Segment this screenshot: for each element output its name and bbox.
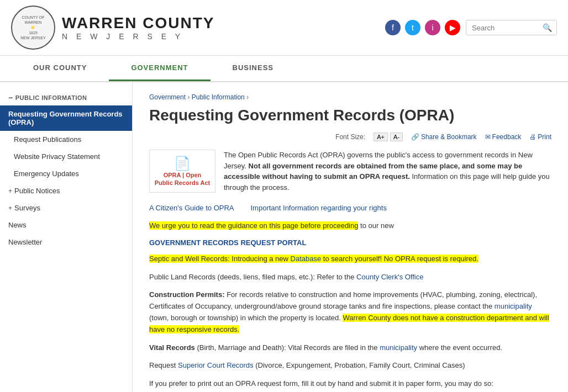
construction-permits-label: Construction Permits: (149, 290, 225, 299)
nav-item-business[interactable]: BUSINESS (211, 56, 296, 81)
font-increase-button[interactable]: A+ (374, 133, 388, 141)
vital-records-label: Vital Records (149, 343, 195, 352)
land-records-block: Public Land Records (deeds, liens, filed… (149, 272, 551, 283)
sidebar-item-surveys[interactable]: + Surveys (0, 199, 132, 216)
font-decrease-button[interactable]: A- (390, 133, 403, 141)
share-icon: 🔗 (411, 133, 419, 141)
site-logo: COUNTY OFWARREN⭐1825NEW JERSEY (11, 6, 55, 50)
construction-permits-block: Construction Permits: For records relati… (149, 289, 551, 335)
breadcrumb-public-information[interactable]: Public Information (192, 93, 245, 101)
sidebar-section-title: PUBLIC INFORMATION (0, 88, 132, 105)
opra-description: The Open Public Records Act (OPRA) gover… (224, 150, 551, 193)
county-clerk-link[interactable]: County Clerk's Office (356, 273, 423, 281)
sidebar-item-news[interactable]: News (0, 216, 132, 234)
sidebar-item-label: Newsletter (8, 238, 42, 246)
sidebar-item-label: Requesting Government Records (OPRA) (8, 110, 124, 126)
opra-logo: 📄 OPRA | OpenPublic Records Act (149, 150, 215, 193)
expand-icon: + (8, 187, 12, 195)
municipality-link-construction[interactable]: municipality (495, 302, 532, 310)
sidebar-item-request-publications[interactable]: Request Publications (0, 131, 132, 148)
opra-logo-text: OPRA | OpenPublic Records Act (155, 171, 210, 187)
court-records-block: Request Superior Court Records (Divorce,… (149, 360, 551, 372)
sidebar: PUBLIC INFORMATION Requesting Government… (0, 82, 133, 392)
facebook-icon[interactable]: f (385, 20, 401, 35)
expand-icon: + (8, 204, 12, 212)
sidebar-item-requesting-records[interactable]: Requesting Government Records (OPRA) (0, 105, 132, 131)
top-bar-right: f t i ▶ 🔍 (385, 20, 557, 35)
instagram-icon[interactable]: i (425, 20, 440, 35)
urge-text-block: We urge you to read the guidance on this… (149, 220, 551, 232)
content-area: Government › Public Information › Reques… (133, 82, 568, 392)
sidebar-item-label: Surveys (14, 204, 40, 212)
sidebar-item-label: Public Notices (14, 187, 60, 195)
search-bar: 🔍 (466, 20, 557, 35)
sidebar-item-label: Request Publications (14, 135, 81, 144)
feedback-icon: ✉ (485, 133, 491, 141)
site-title: WARREN COUNTY N E W J E R S E Y (62, 14, 214, 41)
search-input[interactable] (466, 21, 538, 35)
breadcrumb: Government › Public Information › (149, 93, 551, 101)
important-info-link[interactable]: Important Information regarding your rig… (251, 204, 387, 212)
sidebar-item-website-privacy[interactable]: Website Privacy Statement (0, 148, 132, 165)
nav-bar: OUR COUNTY GOVERNMENT BUSINESS (0, 56, 568, 82)
font-toolbar: Font Size: A+ A- 🔗 Share & Bookmark ✉ Fe… (149, 133, 551, 141)
sidebar-item-label: News (8, 221, 27, 229)
vital-records-block: Vital Records (Birth, Marriage and Death… (149, 342, 551, 354)
main-layout: PUBLIC INFORMATION Requesting Government… (0, 82, 568, 392)
print-icon: 🖨 (529, 133, 536, 141)
youtube-icon[interactable]: ▶ (445, 20, 460, 35)
municipality-link-vital[interactable]: municipality (380, 343, 417, 352)
sidebar-item-emergency-updates[interactable]: Emergency Updates (0, 165, 132, 182)
septic-text: Septic and Well Records: Introducing a n… (149, 255, 478, 263)
page-title: Requesting Government Records (OPRA) (149, 107, 551, 124)
social-icons: f t i ▶ (385, 20, 460, 35)
print-link[interactable]: 🖨 Print (529, 133, 551, 141)
opra-intro: 📄 OPRA | OpenPublic Records Act The Open… (149, 150, 551, 193)
court-records-link[interactable]: Superior Court Records (178, 361, 254, 369)
font-size-label: Font Size: (335, 133, 365, 141)
sidebar-item-public-notices[interactable]: + Public Notices (0, 182, 132, 199)
urge-text-highlight: We urge you to read the guidance on this… (149, 221, 358, 230)
septic-records-block: Septic and Well Records: Introducing a n… (149, 253, 551, 265)
opra-logo-icon: 📄 (174, 156, 191, 171)
site-title-main: WARREN COUNTY (62, 14, 214, 32)
portal-link[interactable]: GOVERNMENT RECORDS REQUEST PORTAL (149, 239, 551, 247)
citizens-guide-link[interactable]: A Citizen's Guide to OPRA (149, 204, 234, 212)
sidebar-item-newsletter[interactable]: Newsletter (0, 234, 132, 251)
search-button[interactable]: 🔍 (538, 20, 556, 35)
share-bookmark-link[interactable]: 🔗 Share & Bookmark (411, 133, 477, 141)
font-size-controls: A+ A- (374, 133, 403, 141)
sidebar-item-label: Website Privacy Statement (14, 152, 100, 161)
print-form-block: If you prefer to print out an OPRA reque… (149, 378, 551, 392)
content-links: A Citizen's Guide to OPRA Important Info… (149, 204, 551, 212)
top-bar: COUNTY OFWARREN⭐1825NEW JERSEY WARREN CO… (0, 0, 568, 56)
feedback-link[interactable]: ✉ Feedback (485, 133, 522, 141)
top-bar-left: COUNTY OFWARREN⭐1825NEW JERSEY WARREN CO… (11, 6, 214, 50)
breadcrumb-government[interactable]: Government (149, 93, 186, 101)
sidebar-item-label: Emergency Updates (14, 169, 79, 178)
nav-item-our-county[interactable]: OUR COUNTY (11, 56, 109, 81)
nav-item-government[interactable]: GOVERNMENT (109, 56, 210, 81)
site-title-sub: N E W J E R S E Y (62, 32, 214, 41)
twitter-icon[interactable]: t (405, 20, 420, 35)
database-link[interactable]: Database (291, 255, 322, 263)
